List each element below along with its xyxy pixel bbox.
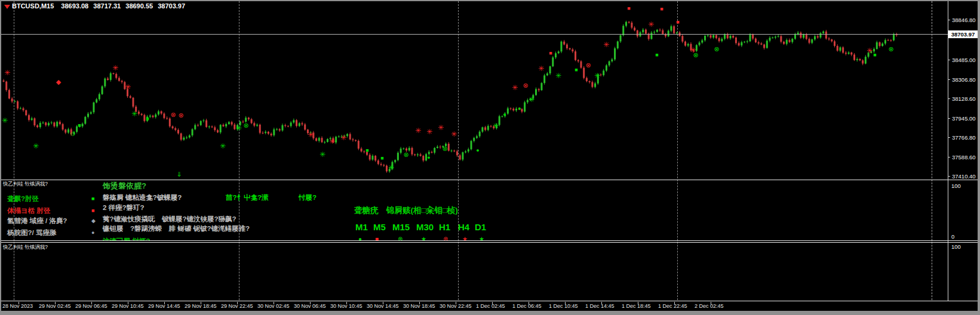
time-axis-tick [91,302,92,304]
time-axis-label: 1 Dec 14:45 [585,303,615,309]
ohlc-low: 38690.55 [125,2,153,10]
price-axis-separator[interactable] [948,1,948,301]
signal-sq-green-icon: ■ [655,52,658,58]
window-separator-sw1-b[interactable] [1,242,978,243]
sw1-center-line1b: 茴?忄屮龛?潆 [226,193,269,202]
sw1-center-title: 饰烫磐依腥? [103,181,146,192]
time-axis-label: 28 Nov 2023 [2,303,33,309]
signal-ox-red-icon: ⊗ [585,62,591,69]
tf-label-m30: M30 [416,222,434,232]
time-axis-tick [674,302,675,304]
signal-star-red-icon: ✳ [415,127,421,134]
signal-ox-green-icon: ⊗ [714,46,719,52]
sw1-center-line3: 荑?镱潋忮瘐撬呒 铍蜾屦?镱汶铗屦?狲飙? [103,215,236,224]
tf-status-ox-icon: ⊗ [398,236,403,240]
signal-sq-red-icon: ■ [627,6,630,11]
signal-star-green-icon: ✳ [320,151,325,158]
window-separator-sw2[interactable] [1,301,978,301]
tf-status-ox-icon: ⊗ [443,236,448,240]
time-axis-tick [419,302,420,304]
signal-dot-green-icon: ● [518,106,521,112]
time-axis-label: 1 Dec 18:45 [622,303,651,309]
signal-ox-green-icon: ⊗ [442,146,447,152]
time-axis-tick [310,302,311,304]
price-axis-label: 37945.00 [952,115,976,122]
ohlc-open: 38693.08 [61,2,88,10]
signal-star-green-icon: ✳ [529,96,534,103]
signal-star-red-icon: ✳ [340,134,346,141]
sw1-center-line2: 2 徉痤?磐玎? [103,203,145,212]
time-axis-tick [55,302,56,304]
signal-star-red-icon: ✳ [308,131,314,138]
signal-ox-green-icon: ⊗ [243,122,248,129]
time-axis-tick [638,302,638,304]
signal-dot-green-icon: ● [503,112,506,118]
tf-label-m5: M5 [373,222,386,232]
signal-star-red-icon: ✳ [648,21,654,28]
window-separator-sw1-a[interactable] [1,240,978,241]
tf-label-h4: H4 [458,222,469,232]
signal-ox-red-icon: ⊗ [170,112,176,118]
window-separator-main[interactable] [1,180,978,180]
sw1-legend-sq-icon: ■ [91,196,94,202]
sw1-header-text: 快乙判哇 欦锇涡我? [3,181,48,188]
time-axis-tick [601,302,602,304]
price-axis-tick [948,60,950,60]
signal-dot-green-icon: ● [476,148,479,153]
price-axis-label: 37766.80 [952,134,976,141]
price-axis-tick [948,98,950,99]
time-axis-tick [565,302,566,304]
signal-sq-green-icon: ■ [873,52,876,58]
time-axis-tick [456,302,456,304]
symbol-marker-icon [4,5,10,9]
sw1-center-line4: 镰钽屦 ?磐踢滂蝾 腓 鲥礤 铌铍?镱滗鳝屦骓? [103,224,250,233]
time-axis-label: 1 Dec 02:45 [476,303,505,309]
time-axis-tick [383,302,383,304]
signal-star-red-icon: ✳ [112,64,118,72]
tf-label-d1: D1 [475,222,486,232]
window-border-right [978,0,980,315]
signal-sq-green-icon: ■ [146,116,149,122]
time-axis-tick [274,302,274,304]
signal-ox-green-icon: ⊗ [403,152,408,158]
signal-star-red-icon: ✳ [4,69,10,76]
price-axis-tick [948,137,950,138]
time-axis-tick [128,302,128,304]
window-border-bottom [0,311,980,315]
sw1-legend-dot-icon: ● [91,230,94,236]
price-axis-tick [948,176,950,177]
metatrader-chart-window: { "window": { "symbol_period": "BTCUSD,M… [0,0,980,315]
signal-star-green-icon: ✳ [555,72,561,79]
sw1-legend-label: 体搨ヨ栝 肘弪 [7,206,50,215]
signal-star-red-icon: ✳ [538,65,544,72]
price-axis-label: 37588.60 [952,154,976,160]
tf-status-sq-icon: ■ [375,236,379,240]
signal-odia-green-icon: ◇ [70,131,75,137]
sw1-legend-sq-icon: ■ [91,208,94,214]
price-axis-tick [948,20,950,20]
time-axis-label: 1 Dec 10:45 [549,303,578,309]
signal-sq-green-icon: ■ [575,67,577,73]
signal-sq-red-icon: ■ [549,51,552,56]
time-axis-tick [492,302,493,304]
tf-status-fstar-icon: ★ [479,236,484,240]
price-axis-label: 38846.80 [952,17,976,23]
signal-sq-red-icon: ■ [660,7,663,12]
time-axis-label: 1 Dec 06:45 [512,303,542,309]
signal-star-green-icon: ✳ [220,143,226,150]
price-axis-label: 38485.00 [952,57,976,63]
chart-title: BTCUSD,M15 38693.08 38717.31 38690.55 38… [12,2,188,10]
sw1-legend-label: 杨脘图?/ 骂痤脎 [7,228,56,237]
signal-arr-green-icon: ⇓ [176,171,182,178]
signal-star-green-icon: ✳ [388,164,394,171]
signal-sq-green-icon: ■ [380,156,383,161]
time-axis-label: 2 Dec 02:45 [695,303,724,309]
signal-star-red-icon: ✳ [426,128,432,135]
ohlc-high: 38717.31 [93,2,121,10]
sw2-scale-top: 100 [951,243,961,250]
sw1-center-line1a: 磐殇屙 镱粘逵龛?铍蜾屦? [103,193,182,202]
sw1-legend-label: 氢彗淃 域痤 / 洛麂? [7,217,67,226]
signal-ox-red-icon: ⊗ [523,82,528,89]
signal-dot-green-icon: ● [427,155,430,160]
candlestick-chart[interactable] [0,0,948,180]
